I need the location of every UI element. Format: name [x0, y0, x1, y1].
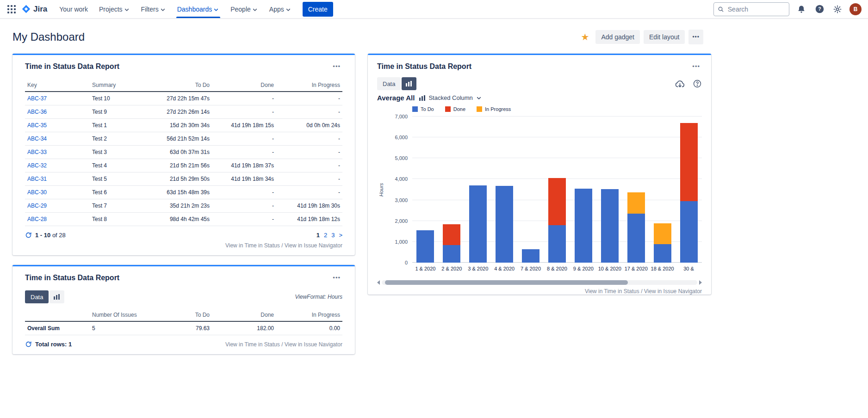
user-avatar[interactable]: B — [849, 3, 862, 15]
gadget-more-button[interactable]: ••• — [331, 62, 342, 71]
page-link-1[interactable]: 1 — [316, 232, 320, 239]
refresh-icon[interactable] — [25, 341, 32, 348]
chevron-down-icon — [160, 6, 166, 13]
chart-type-dropdown[interactable]: Stacked Column — [419, 94, 482, 101]
legend-item-to-do[interactable]: To Do — [412, 106, 434, 112]
issue-key-link[interactable]: ABC-32 — [27, 162, 47, 169]
nav-item-projects[interactable]: Projects — [96, 0, 133, 18]
table-row: ABC-30Test 663d 15h 48m 39s-- — [25, 186, 342, 199]
gadget-more-button[interactable]: ••• — [331, 273, 342, 282]
chart-tab[interactable] — [50, 290, 64, 303]
gridline — [412, 116, 702, 117]
bar-to-do-9-2020[interactable] — [575, 189, 592, 263]
nav-item-filters[interactable]: Filters — [138, 0, 169, 18]
bar-done-30[interactable] — [680, 123, 698, 201]
gadget-title: Time in Status Data Report — [25, 274, 119, 282]
issue-key-link[interactable]: ABC-37 — [27, 95, 47, 102]
bar-in-progress-18-2020[interactable] — [654, 223, 671, 244]
issue-key-link[interactable]: ABC-36 — [27, 109, 47, 115]
gadget-footer: View in Time in Status / View in Issue N… — [225, 341, 342, 348]
x-axis-labels: 1 & 20202 & 20203 & 20204 & 20207 & 2020… — [412, 266, 702, 271]
data-tab[interactable]: Data — [377, 77, 401, 90]
bar-to-do-17-2020[interactable] — [627, 214, 645, 263]
bar-to-do-7-2020[interactable] — [522, 249, 539, 263]
view-in-time-in-status-link[interactable]: View in Time in Status — [585, 288, 639, 295]
summary-table: Number Of IssuesTo DoDoneIn Progress Ove… — [25, 309, 342, 335]
refresh-icon[interactable] — [25, 232, 32, 239]
create-button[interactable]: Create — [303, 2, 333, 17]
nav-item-label: Dashboards — [177, 6, 212, 13]
jira-logo[interactable]: Jira — [21, 4, 47, 14]
page-link-2[interactable]: 2 — [324, 232, 327, 239]
dashboard-more-button[interactable]: ••• — [688, 30, 703, 44]
y-axis-title: Hours — [377, 117, 385, 263]
view-in-issue-navigator-link[interactable]: View in Issue Navigator — [644, 288, 702, 295]
notifications-bell-icon[interactable] — [795, 3, 807, 15]
search-box[interactable] — [713, 2, 789, 16]
gadget-time-in-status-summary: Time in Status Data Report ••• Data View… — [12, 265, 355, 354]
issue-key-link[interactable]: ABC-35 — [27, 122, 47, 129]
bar-to-do-1-2020[interactable] — [416, 230, 434, 263]
edit-layout-button[interactable]: Edit layout — [644, 30, 685, 44]
bar-done-2-2020[interactable] — [443, 224, 460, 245]
legend-item-in-progress[interactable]: In Progress — [477, 106, 511, 112]
legend-swatch — [445, 106, 451, 112]
bar-to-do-2-2020[interactable] — [443, 245, 460, 263]
next-page-link[interactable]: > — [339, 232, 342, 239]
bar-in-progress-17-2020[interactable] — [627, 192, 645, 214]
legend-item-done[interactable]: Done — [445, 106, 465, 112]
column-header-to-do: To Do — [150, 79, 212, 92]
view-in-time-in-status-link[interactable]: View in Time in Status — [225, 341, 280, 348]
scroll-right-arrow[interactable] — [699, 280, 702, 285]
settings-gear-icon[interactable] — [831, 3, 843, 15]
average-all-label: Average All — [377, 94, 415, 102]
search-input[interactable] — [727, 5, 785, 13]
nav-item-apps[interactable]: Apps — [267, 0, 294, 18]
chart-help-icon[interactable] — [693, 79, 702, 88]
page-link-3[interactable]: 3 — [331, 232, 335, 239]
x-tick-label: 17 & 2020 — [623, 266, 649, 271]
chevron-down-icon — [213, 6, 219, 13]
data-tab[interactable]: Data — [25, 290, 49, 303]
view-in-issue-navigator-link[interactable]: View in Issue Navigator — [285, 341, 342, 348]
sum-value-cell: 79.63 — [150, 321, 212, 335]
gadget-footer: View in Time in Status / View in Issue N… — [377, 288, 702, 295]
issue-key-link[interactable]: ABC-30 — [27, 189, 47, 196]
bar-to-do-3-2020[interactable] — [469, 185, 487, 263]
nav-item-dashboards[interactable]: Dashboards — [174, 0, 223, 18]
todo-cell: 27d 22h 26m 14s — [150, 105, 212, 119]
issue-key-link[interactable]: ABC-34 — [27, 135, 47, 142]
bar-to-do-10-2020[interactable] — [601, 189, 619, 263]
favorite-star-icon[interactable]: ★ — [581, 32, 589, 42]
issue-key-link[interactable]: ABC-29 — [27, 203, 47, 209]
nav-item-your-work[interactable]: Your work — [56, 0, 91, 18]
bar-to-do-18-2020[interactable] — [654, 244, 671, 263]
bar-to-do-30[interactable] — [680, 201, 698, 263]
done-cell: - — [212, 146, 276, 159]
issue-key-link[interactable]: ABC-33 — [27, 149, 47, 155]
issue-key-link[interactable]: ABC-31 — [27, 176, 47, 182]
scroll-left-arrow[interactable] — [377, 280, 380, 285]
bar-to-do-4-2020[interactable] — [496, 186, 513, 263]
add-gadget-button[interactable]: Add gadget — [595, 30, 640, 44]
nav-item-label: People — [230, 6, 251, 13]
chart-horizontal-scrollbar[interactable] — [377, 280, 702, 285]
scrollbar-thumb[interactable] — [385, 280, 628, 285]
chart-type-label: Stacked Column — [428, 94, 472, 101]
view-in-issue-navigator-link[interactable]: View in Issue Navigator — [285, 242, 342, 249]
export-download-icon[interactable] — [675, 80, 685, 88]
bar-done-8-2020[interactable] — [548, 178, 566, 225]
table-row: ABC-37Test 1027d 22h 15m 47s-- — [25, 92, 342, 105]
scrollbar-track[interactable] — [382, 280, 697, 285]
view-in-time-in-status-link[interactable]: View in Time in Status — [225, 242, 280, 249]
chart-tab[interactable] — [402, 77, 416, 90]
gadget-more-button[interactable]: ••• — [690, 62, 702, 71]
summary-cell: Test 1 — [90, 119, 150, 132]
help-icon[interactable]: ? — [813, 3, 825, 15]
app-switcher-icon[interactable] — [5, 2, 19, 16]
issue-key-link[interactable]: ABC-28 — [27, 216, 47, 222]
bar-to-do-8-2020[interactable] — [548, 225, 566, 263]
chevron-down-icon — [252, 6, 258, 13]
table-row: ABC-29Test 735d 21h 2m 23s-41d 19h 18m 3… — [25, 199, 342, 213]
nav-item-people[interactable]: People — [228, 0, 261, 18]
